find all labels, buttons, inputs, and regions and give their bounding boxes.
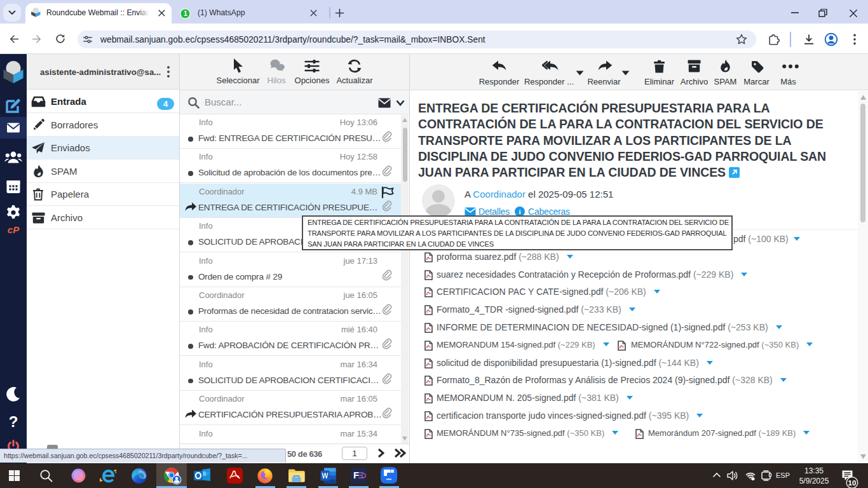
- svg-text:1: 1: [184, 10, 187, 17]
- svg-text:i: i: [519, 208, 520, 215]
- svg-text:10: 10: [848, 479, 857, 487]
